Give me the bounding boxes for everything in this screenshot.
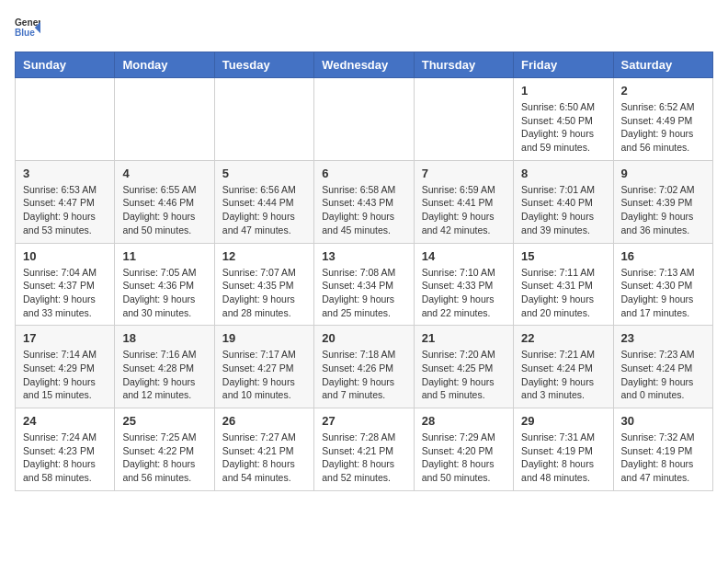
calendar-cell: 14Sunrise: 7:10 AMSunset: 4:33 PMDayligh… bbox=[414, 243, 513, 326]
day-info: Sunrise: 7:31 AMSunset: 4:19 PMDaylight:… bbox=[521, 431, 605, 485]
week-row-4: 17Sunrise: 7:14 AMSunset: 4:29 PMDayligh… bbox=[16, 326, 713, 408]
day-number: 24 bbox=[23, 414, 107, 428]
day-number: 11 bbox=[122, 249, 206, 263]
day-number: 17 bbox=[23, 331, 107, 345]
day-number: 29 bbox=[521, 414, 605, 428]
day-number: 30 bbox=[621, 414, 705, 428]
day-number: 7 bbox=[422, 167, 506, 180]
calendar-cell: 21Sunrise: 7:20 AMSunset: 4:25 PMDayligh… bbox=[414, 326, 513, 408]
day-number: 14 bbox=[422, 249, 506, 263]
calendar-cell: 8Sunrise: 7:01 AMSunset: 4:40 PMDaylight… bbox=[514, 160, 613, 243]
calendar-cell: 13Sunrise: 7:08 AMSunset: 4:34 PMDayligh… bbox=[314, 243, 414, 326]
day-number: 15 bbox=[521, 249, 605, 263]
column-header-tuesday: Tuesday bbox=[214, 52, 313, 78]
column-header-sunday: Sunday bbox=[16, 52, 115, 78]
week-row-5: 24Sunrise: 7:24 AMSunset: 4:23 PMDayligh… bbox=[16, 408, 713, 491]
calendar-cell bbox=[214, 78, 313, 161]
calendar-cell bbox=[314, 78, 414, 161]
day-info: Sunrise: 6:55 AMSunset: 4:46 PMDaylight:… bbox=[122, 183, 206, 237]
calendar-cell: 10Sunrise: 7:04 AMSunset: 4:37 PMDayligh… bbox=[16, 243, 115, 326]
day-info: Sunrise: 7:01 AMSunset: 4:40 PMDaylight:… bbox=[521, 183, 605, 237]
calendar-cell bbox=[115, 78, 214, 161]
day-info: Sunrise: 6:53 AMSunset: 4:47 PMDaylight:… bbox=[23, 183, 107, 237]
day-number: 16 bbox=[621, 249, 705, 263]
day-info: Sunrise: 7:13 AMSunset: 4:30 PMDaylight:… bbox=[621, 266, 705, 320]
svg-text:Blue: Blue bbox=[15, 28, 35, 38]
calendar-cell: 25Sunrise: 7:25 AMSunset: 4:22 PMDayligh… bbox=[115, 408, 214, 491]
calendar-cell: 20Sunrise: 7:18 AMSunset: 4:26 PMDayligh… bbox=[314, 326, 414, 408]
calendar-cell: 30Sunrise: 7:32 AMSunset: 4:19 PMDayligh… bbox=[613, 408, 712, 491]
day-number: 12 bbox=[222, 249, 306, 263]
logo-icon: General Blue bbox=[15, 15, 40, 40]
day-info: Sunrise: 7:29 AMSunset: 4:20 PMDaylight:… bbox=[422, 431, 506, 485]
calendar-cell: 17Sunrise: 7:14 AMSunset: 4:29 PMDayligh… bbox=[16, 326, 115, 408]
calendar-cell: 1Sunrise: 6:50 AMSunset: 4:50 PMDaylight… bbox=[514, 78, 613, 161]
logo: General Blue bbox=[15, 15, 40, 40]
calendar-cell bbox=[16, 78, 115, 161]
day-info: Sunrise: 7:04 AMSunset: 4:37 PMDaylight:… bbox=[23, 266, 107, 320]
calendar-cell: 9Sunrise: 7:02 AMSunset: 4:39 PMDaylight… bbox=[613, 160, 712, 243]
day-info: Sunrise: 7:21 AMSunset: 4:24 PMDaylight:… bbox=[521, 348, 605, 402]
day-info: Sunrise: 7:10 AMSunset: 4:33 PMDaylight:… bbox=[422, 266, 506, 320]
calendar-cell: 16Sunrise: 7:13 AMSunset: 4:30 PMDayligh… bbox=[613, 243, 712, 326]
day-number: 10 bbox=[23, 249, 107, 263]
calendar-cell: 12Sunrise: 7:07 AMSunset: 4:35 PMDayligh… bbox=[214, 243, 313, 326]
day-number: 26 bbox=[222, 414, 306, 428]
day-info: Sunrise: 6:50 AMSunset: 4:50 PMDaylight:… bbox=[521, 100, 605, 155]
day-info: Sunrise: 7:25 AMSunset: 4:22 PMDaylight:… bbox=[122, 431, 206, 485]
week-row-3: 10Sunrise: 7:04 AMSunset: 4:37 PMDayligh… bbox=[16, 243, 713, 326]
day-info: Sunrise: 7:27 AMSunset: 4:21 PMDaylight:… bbox=[222, 431, 306, 485]
day-info: Sunrise: 7:07 AMSunset: 4:35 PMDaylight:… bbox=[222, 266, 306, 320]
column-header-thursday: Thursday bbox=[414, 52, 513, 78]
column-header-friday: Friday bbox=[514, 52, 613, 78]
day-number: 22 bbox=[521, 331, 605, 345]
day-number: 27 bbox=[322, 414, 405, 428]
day-info: Sunrise: 7:18 AMSunset: 4:26 PMDaylight:… bbox=[322, 348, 405, 402]
week-row-2: 3Sunrise: 6:53 AMSunset: 4:47 PMDaylight… bbox=[16, 160, 713, 243]
day-info: Sunrise: 7:02 AMSunset: 4:39 PMDaylight:… bbox=[621, 183, 705, 237]
day-number: 23 bbox=[621, 331, 705, 345]
day-info: Sunrise: 6:59 AMSunset: 4:41 PMDaylight:… bbox=[422, 183, 506, 237]
day-number: 13 bbox=[322, 249, 405, 263]
calendar-table: SundayMondayTuesdayWednesdayThursdayFrid… bbox=[15, 52, 713, 491]
calendar-cell: 15Sunrise: 7:11 AMSunset: 4:31 PMDayligh… bbox=[514, 243, 613, 326]
calendar-cell: 22Sunrise: 7:21 AMSunset: 4:24 PMDayligh… bbox=[514, 326, 613, 408]
calendar-cell: 18Sunrise: 7:16 AMSunset: 4:28 PMDayligh… bbox=[115, 326, 214, 408]
calendar-header-row: SundayMondayTuesdayWednesdayThursdayFrid… bbox=[16, 52, 713, 78]
day-info: Sunrise: 7:08 AMSunset: 4:34 PMDaylight:… bbox=[322, 266, 405, 320]
calendar-cell: 2Sunrise: 6:52 AMSunset: 4:49 PMDaylight… bbox=[613, 78, 712, 161]
week-row-1: 1Sunrise: 6:50 AMSunset: 4:50 PMDaylight… bbox=[16, 78, 713, 161]
day-number: 21 bbox=[422, 331, 506, 345]
day-info: Sunrise: 7:20 AMSunset: 4:25 PMDaylight:… bbox=[422, 348, 506, 402]
calendar-cell: 6Sunrise: 6:58 AMSunset: 4:43 PMDaylight… bbox=[314, 160, 414, 243]
calendar-cell bbox=[414, 78, 513, 161]
calendar-cell: 29Sunrise: 7:31 AMSunset: 4:19 PMDayligh… bbox=[514, 408, 613, 491]
day-number: 3 bbox=[23, 167, 107, 180]
calendar-cell: 19Sunrise: 7:17 AMSunset: 4:27 PMDayligh… bbox=[214, 326, 313, 408]
day-number: 9 bbox=[621, 167, 705, 180]
day-info: Sunrise: 6:58 AMSunset: 4:43 PMDaylight:… bbox=[322, 183, 405, 237]
day-number: 6 bbox=[322, 167, 405, 180]
day-info: Sunrise: 7:17 AMSunset: 4:27 PMDaylight:… bbox=[222, 348, 306, 402]
page-header: General Blue bbox=[15, 15, 713, 40]
day-number: 19 bbox=[222, 331, 306, 345]
calendar-cell: 3Sunrise: 6:53 AMSunset: 4:47 PMDaylight… bbox=[16, 160, 115, 243]
calendar-cell: 7Sunrise: 6:59 AMSunset: 4:41 PMDaylight… bbox=[414, 160, 513, 243]
day-number: 5 bbox=[222, 167, 306, 180]
column-header-saturday: Saturday bbox=[613, 52, 712, 78]
day-number: 25 bbox=[122, 414, 206, 428]
calendar-cell: 23Sunrise: 7:23 AMSunset: 4:24 PMDayligh… bbox=[613, 326, 712, 408]
day-number: 4 bbox=[122, 167, 206, 180]
day-info: Sunrise: 7:16 AMSunset: 4:28 PMDaylight:… bbox=[122, 348, 206, 402]
calendar-cell: 5Sunrise: 6:56 AMSunset: 4:44 PMDaylight… bbox=[214, 160, 313, 243]
calendar-cell: 27Sunrise: 7:28 AMSunset: 4:21 PMDayligh… bbox=[314, 408, 414, 491]
day-info: Sunrise: 7:28 AMSunset: 4:21 PMDaylight:… bbox=[322, 431, 405, 485]
day-info: Sunrise: 7:32 AMSunset: 4:19 PMDaylight:… bbox=[621, 431, 705, 485]
day-number: 20 bbox=[322, 331, 405, 345]
calendar-cell: 26Sunrise: 7:27 AMSunset: 4:21 PMDayligh… bbox=[214, 408, 313, 491]
calendar-cell: 11Sunrise: 7:05 AMSunset: 4:36 PMDayligh… bbox=[115, 243, 214, 326]
day-info: Sunrise: 7:23 AMSunset: 4:24 PMDaylight:… bbox=[621, 348, 705, 402]
day-number: 2 bbox=[621, 84, 705, 98]
day-info: Sunrise: 7:05 AMSunset: 4:36 PMDaylight:… bbox=[122, 266, 206, 320]
calendar-cell: 28Sunrise: 7:29 AMSunset: 4:20 PMDayligh… bbox=[414, 408, 513, 491]
